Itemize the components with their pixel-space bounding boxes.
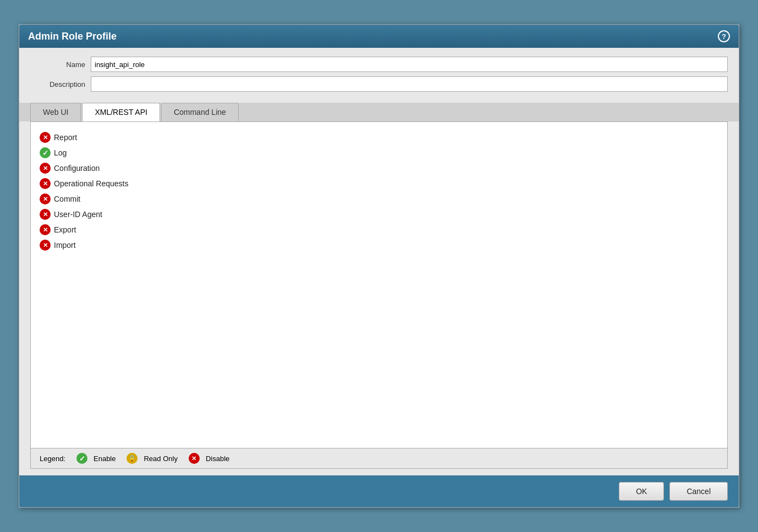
disable-icon-commit bbox=[40, 193, 51, 204]
tab-xml-rest-api[interactable]: XML/REST API bbox=[82, 103, 160, 121]
list-item-operational-requests: Operational Requests bbox=[40, 176, 718, 191]
form-area: Name Description bbox=[19, 48, 739, 101]
list-item-log: Log bbox=[40, 145, 718, 160]
name-input[interactable] bbox=[91, 57, 728, 72]
legend-enable: Enable bbox=[76, 453, 116, 464]
description-input[interactable] bbox=[91, 76, 728, 92]
list-item-label-log: Log bbox=[54, 148, 67, 157]
legend-readonly-label: Read Only bbox=[144, 455, 177, 463]
legend-bar: Legend: Enable Read Only Disable bbox=[30, 448, 728, 469]
readonly-legend-icon bbox=[127, 453, 138, 464]
dialog-title: Admin Role Profile bbox=[28, 31, 117, 42]
list-item-label-report: Report bbox=[54, 133, 77, 142]
list-item-commit: Commit bbox=[40, 191, 718, 207]
disable-icon-operational-requests bbox=[40, 178, 51, 189]
legend-disable-label: Disable bbox=[206, 455, 229, 463]
admin-role-profile-dialog: Admin Role Profile ? Name Description We… bbox=[19, 24, 739, 508]
tab-command-line[interactable]: Command Line bbox=[161, 103, 239, 121]
disable-icon-user-id-agent bbox=[40, 209, 51, 220]
disable-icon-configuration bbox=[40, 163, 51, 174]
disable-icon-import bbox=[40, 240, 51, 251]
list-item-import: Import bbox=[40, 237, 718, 253]
list-item-label-configuration: Configuration bbox=[54, 164, 100, 173]
disable-icon-export bbox=[40, 224, 51, 235]
name-label: Name bbox=[30, 60, 91, 69]
title-bar: Admin Role Profile ? bbox=[19, 25, 739, 48]
description-row: Description bbox=[30, 76, 728, 92]
list-item-label-commit: Commit bbox=[54, 195, 80, 203]
list-item-label-operational-requests: Operational Requests bbox=[54, 179, 128, 188]
list-item-user-id-agent: User-ID Agent bbox=[40, 207, 718, 222]
enable-legend-icon bbox=[76, 453, 87, 464]
tab-web-ui[interactable]: Web UI bbox=[30, 103, 81, 121]
description-label: Description bbox=[30, 80, 91, 88]
list-item-label-export: Export bbox=[54, 225, 76, 234]
list-item-configuration: Configuration bbox=[40, 160, 718, 176]
list-item-label-user-id-agent: User-ID Agent bbox=[54, 210, 102, 219]
name-row: Name bbox=[30, 57, 728, 72]
legend-prefix: Legend: bbox=[40, 455, 65, 463]
legend-readonly: Read Only bbox=[127, 453, 177, 464]
legend-disable: Disable bbox=[189, 453, 229, 464]
content-panel: Report Log Configuration Operational Req… bbox=[30, 121, 728, 448]
list-item-label-import: Import bbox=[54, 241, 76, 250]
enable-icon-log bbox=[40, 147, 51, 158]
legend-enable-label: Enable bbox=[94, 455, 116, 463]
footer: OK Cancel bbox=[19, 475, 739, 507]
list-item-report: Report bbox=[40, 130, 718, 145]
disable-icon-report bbox=[40, 132, 51, 143]
list-item-export: Export bbox=[40, 222, 718, 237]
disable-legend-icon bbox=[189, 453, 200, 464]
help-icon[interactable]: ? bbox=[718, 30, 730, 42]
tabs-bar: Web UI XML/REST API Command Line bbox=[19, 103, 739, 121]
cancel-button[interactable]: Cancel bbox=[669, 482, 728, 501]
ok-button[interactable]: OK bbox=[619, 482, 664, 501]
